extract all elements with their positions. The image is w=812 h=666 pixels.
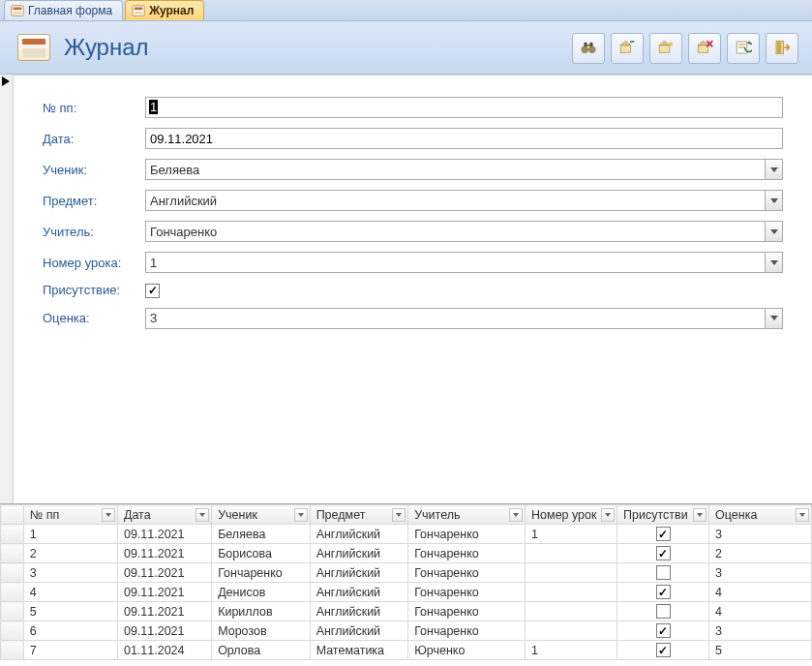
chevron-down-icon[interactable] xyxy=(765,309,782,328)
cell-date[interactable]: 09.11.2021 xyxy=(117,563,211,583)
cell-presence[interactable] xyxy=(617,525,709,544)
new-record-button[interactable] xyxy=(611,33,644,64)
cell-subject[interactable]: Английский xyxy=(310,563,408,583)
cell-grade[interactable]: 3 xyxy=(709,525,812,544)
save-record-button[interactable] xyxy=(649,33,682,64)
presence-checkbox[interactable] xyxy=(656,643,671,657)
close-button[interactable] xyxy=(766,33,798,64)
cell-teacher[interactable]: Гончаренко xyxy=(408,563,526,583)
student-combo[interactable]: Беляева xyxy=(145,159,783,180)
cell-student[interactable]: Орлова xyxy=(212,641,311,660)
cell-npp[interactable]: 1 xyxy=(23,525,117,544)
col-npp[interactable]: № пп xyxy=(23,505,117,525)
cell-npp[interactable]: 2 xyxy=(23,544,117,563)
cell-student[interactable]: Денисов xyxy=(212,583,311,602)
cell-grade[interactable]: 2 xyxy=(709,544,812,563)
cell-teacher[interactable]: Гончаренко xyxy=(408,602,526,621)
presence-checkbox[interactable] xyxy=(656,527,671,541)
refresh-button[interactable] xyxy=(727,33,760,64)
cell-npp[interactable]: 4 xyxy=(23,583,117,602)
cell-npp[interactable]: 6 xyxy=(23,621,117,641)
cell-subject[interactable]: Английский xyxy=(310,583,408,602)
table-row[interactable]: 209.11.2021БорисоваАнглийскийГончаренко2 xyxy=(1,544,812,563)
cell-npp[interactable]: 5 xyxy=(23,602,117,621)
presence-checkbox[interactable] xyxy=(656,585,671,599)
col-lesson[interactable]: Номер урок xyxy=(526,505,617,525)
table-row[interactable]: 609.11.2021МорозовАнглийскийГончаренко3 xyxy=(1,621,812,641)
cell-teacher[interactable]: Гончаренко xyxy=(408,544,526,563)
cell-subject[interactable]: Английский xyxy=(310,621,408,641)
cell-lesson[interactable]: 1 xyxy=(526,641,617,660)
col-date[interactable]: Дата xyxy=(117,505,211,525)
tab-main-form[interactable]: Главная форма xyxy=(4,0,123,20)
chevron-down-icon[interactable] xyxy=(294,508,308,522)
col-grade[interactable]: Оценка xyxy=(709,505,812,525)
row-selector[interactable] xyxy=(1,641,24,660)
chevron-down-icon[interactable] xyxy=(392,508,406,522)
chevron-down-icon[interactable] xyxy=(765,222,782,241)
row-selector[interactable] xyxy=(1,602,24,621)
cell-student[interactable]: Гончаренко xyxy=(212,563,311,583)
table-row[interactable]: 309.11.2021ГончаренкоАнглийскийГончаренк… xyxy=(1,563,812,583)
cell-date[interactable]: 09.11.2021 xyxy=(117,544,211,563)
cell-subject[interactable]: Математика xyxy=(310,641,408,660)
cell-teacher[interactable]: Гончаренко xyxy=(408,525,526,544)
chevron-down-icon[interactable] xyxy=(796,508,809,522)
cell-lesson[interactable] xyxy=(526,563,617,583)
find-button[interactable] xyxy=(572,33,605,64)
cell-presence[interactable] xyxy=(617,621,709,641)
chevron-down-icon[interactable] xyxy=(102,508,115,522)
cell-date[interactable]: 09.11.2021 xyxy=(117,621,211,641)
row-selector[interactable] xyxy=(1,525,24,544)
row-selector[interactable] xyxy=(1,621,24,641)
cell-student[interactable]: Кириллов xyxy=(212,602,311,621)
cell-subject[interactable]: Английский xyxy=(310,544,408,563)
presence-checkbox[interactable] xyxy=(145,284,160,298)
presence-checkbox[interactable] xyxy=(656,546,671,560)
table-row[interactable]: 509.11.2021КирилловАнглийскийГончаренко4 xyxy=(1,602,812,621)
cell-presence[interactable] xyxy=(617,544,709,563)
cell-teacher[interactable]: Гончаренко xyxy=(408,583,526,602)
cell-date[interactable]: 09.11.2021 xyxy=(117,602,211,621)
cell-student[interactable]: Морозов xyxy=(212,621,311,641)
subject-combo[interactable]: Английский xyxy=(145,190,783,211)
table-row[interactable]: 701.11.2024ОрловаМатематикаЮрченко15 xyxy=(1,641,812,660)
cell-date[interactable]: 09.11.2021 xyxy=(117,583,211,602)
presence-checkbox[interactable] xyxy=(656,623,671,638)
grade-combo[interactable]: 3 xyxy=(145,308,783,329)
row-selector[interactable] xyxy=(1,563,24,583)
record-selector-strip[interactable] xyxy=(0,75,14,503)
cell-grade[interactable]: 5 xyxy=(709,641,812,660)
chevron-down-icon[interactable] xyxy=(765,253,782,272)
cell-presence[interactable] xyxy=(617,641,709,660)
table-row[interactable]: 109.11.2021БеляеваАнглийскийГончаренко13 xyxy=(1,525,812,544)
cell-student[interactable]: Борисова xyxy=(212,544,311,563)
cell-grade[interactable]: 3 xyxy=(709,563,812,583)
cell-grade[interactable]: 4 xyxy=(709,583,812,602)
cell-presence[interactable] xyxy=(617,563,709,583)
col-presence[interactable]: Присутстви xyxy=(617,505,709,525)
row-selector[interactable] xyxy=(1,544,24,563)
cell-npp[interactable]: 3 xyxy=(23,563,117,583)
chevron-down-icon[interactable] xyxy=(601,508,615,522)
row-selector[interactable] xyxy=(1,583,24,602)
presence-checkbox[interactable] xyxy=(656,604,671,619)
col-subject[interactable]: Предмет xyxy=(310,505,408,525)
cell-lesson[interactable] xyxy=(526,602,617,621)
delete-record-button[interactable] xyxy=(688,33,721,64)
cell-grade[interactable]: 3 xyxy=(709,621,812,641)
chevron-down-icon[interactable] xyxy=(509,508,523,522)
cell-teacher[interactable]: Юрченко xyxy=(408,641,526,660)
cell-subject[interactable]: Английский xyxy=(310,602,408,621)
chevron-down-icon[interactable] xyxy=(195,508,209,522)
teacher-combo[interactable]: Гончаренко xyxy=(145,221,783,242)
cell-date[interactable]: 09.11.2021 xyxy=(117,525,211,544)
col-teacher[interactable]: Учитель xyxy=(408,505,526,525)
cell-lesson[interactable] xyxy=(526,621,617,641)
cell-date[interactable]: 01.11.2024 xyxy=(117,641,211,660)
date-field[interactable] xyxy=(145,128,783,149)
npp-field[interactable] xyxy=(145,97,783,118)
presence-checkbox[interactable] xyxy=(656,565,671,580)
cell-lesson[interactable] xyxy=(526,544,617,563)
chevron-down-icon[interactable] xyxy=(693,508,707,522)
